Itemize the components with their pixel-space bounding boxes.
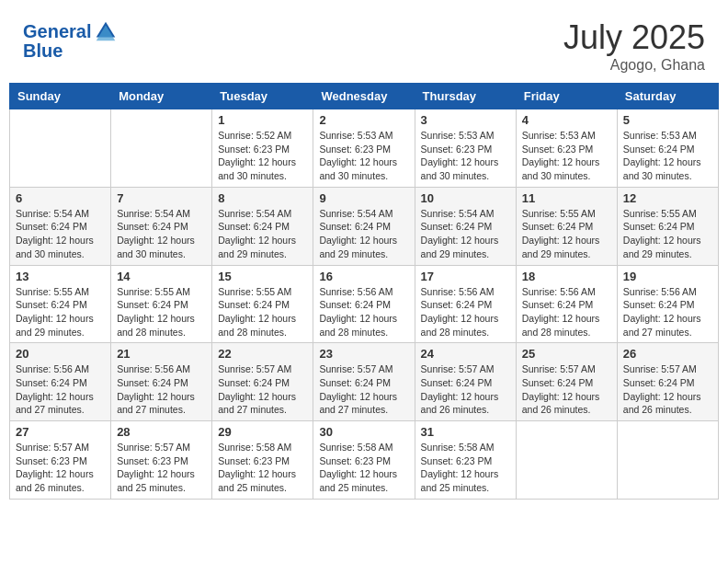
- day-number: 19: [623, 270, 712, 283]
- day-number: 6: [16, 191, 105, 205]
- calendar-table: SundayMondayTuesdayWednesdayThursdayFrid…: [9, 83, 719, 500]
- day-number: 15: [218, 270, 307, 283]
- day-number: 1: [218, 113, 307, 127]
- calendar-cell: 17Sunrise: 5:56 AM Sunset: 6:24 PM Dayli…: [415, 265, 516, 343]
- day-info: Sunrise: 5:55 AM Sunset: 6:24 PM Dayligh…: [623, 207, 712, 261]
- day-info: Sunrise: 5:56 AM Sunset: 6:24 PM Dayligh…: [117, 362, 206, 417]
- day-number: 22: [218, 347, 307, 361]
- day-number: 28: [117, 425, 206, 439]
- calendar-cell: 16Sunrise: 5:56 AM Sunset: 6:24 PM Dayli…: [313, 265, 415, 343]
- day-number: 4: [522, 113, 611, 127]
- calendar-cell: 30Sunrise: 5:58 AM Sunset: 6:23 PM Dayli…: [313, 421, 415, 500]
- day-info: Sunrise: 5:56 AM Sunset: 6:24 PM Dayligh…: [623, 285, 712, 339]
- calendar-cell: 1Sunrise: 5:52 AM Sunset: 6:23 PM Daylig…: [212, 109, 313, 188]
- logo-text: General: [23, 21, 91, 41]
- day-number: 20: [16, 347, 105, 361]
- day-number: 21: [117, 347, 206, 361]
- calendar-cell: 10Sunrise: 5:54 AM Sunset: 6:24 PM Dayli…: [415, 187, 516, 265]
- location: Agogo, Ghana: [563, 57, 705, 74]
- day-info: Sunrise: 5:54 AM Sunset: 6:24 PM Dayligh…: [319, 207, 408, 261]
- calendar-cell: 12Sunrise: 5:55 AM Sunset: 6:24 PM Dayli…: [617, 187, 718, 265]
- day-number: 25: [522, 347, 611, 361]
- logo: General Blue: [23, 18, 119, 62]
- day-number: 8: [218, 191, 307, 205]
- day-info: Sunrise: 5:55 AM Sunset: 6:24 PM Dayligh…: [117, 285, 206, 339]
- day-info: Sunrise: 5:57 AM Sunset: 6:23 PM Dayligh…: [16, 441, 105, 495]
- calendar-week-5: 27Sunrise: 5:57 AM Sunset: 6:23 PM Dayli…: [10, 421, 719, 500]
- calendar-cell: 3Sunrise: 5:53 AM Sunset: 6:23 PM Daylig…: [415, 109, 516, 188]
- day-info: Sunrise: 5:52 AM Sunset: 6:23 PM Dayligh…: [218, 129, 307, 183]
- calendar-cell: 24Sunrise: 5:57 AM Sunset: 6:24 PM Dayli…: [415, 343, 516, 421]
- column-header-tuesday: Tuesday: [212, 84, 313, 109]
- column-header-saturday: Saturday: [617, 84, 718, 109]
- day-info: Sunrise: 5:53 AM Sunset: 6:24 PM Dayligh…: [623, 129, 712, 183]
- day-info: Sunrise: 5:57 AM Sunset: 6:24 PM Dayligh…: [623, 362, 712, 417]
- calendar-cell: 28Sunrise: 5:57 AM Sunset: 6:23 PM Dayli…: [111, 421, 212, 500]
- day-info: Sunrise: 5:55 AM Sunset: 6:24 PM Dayligh…: [16, 285, 105, 339]
- calendar-cell: 5Sunrise: 5:53 AM Sunset: 6:24 PM Daylig…: [617, 109, 718, 188]
- day-number: 17: [421, 270, 510, 283]
- calendar-cell: 18Sunrise: 5:56 AM Sunset: 6:24 PM Dayli…: [516, 265, 617, 343]
- calendar-cell: 23Sunrise: 5:57 AM Sunset: 6:24 PM Dayli…: [313, 343, 415, 421]
- day-number: 2: [319, 113, 408, 127]
- day-info: Sunrise: 5:56 AM Sunset: 6:24 PM Dayligh…: [522, 285, 611, 339]
- day-info: Sunrise: 5:58 AM Sunset: 6:23 PM Dayligh…: [421, 441, 510, 495]
- day-info: Sunrise: 5:57 AM Sunset: 6:24 PM Dayligh…: [522, 362, 611, 417]
- day-number: 31: [421, 425, 510, 439]
- calendar-cell: [617, 421, 718, 500]
- day-info: Sunrise: 5:57 AM Sunset: 6:23 PM Dayligh…: [117, 441, 206, 495]
- calendar-cell: 7Sunrise: 5:54 AM Sunset: 6:24 PM Daylig…: [111, 187, 212, 265]
- day-number: 13: [16, 270, 105, 283]
- calendar-cell: 11Sunrise: 5:55 AM Sunset: 6:24 PM Dayli…: [516, 187, 617, 265]
- day-number: 16: [319, 270, 408, 283]
- calendar-cell: 4Sunrise: 5:53 AM Sunset: 6:23 PM Daylig…: [516, 109, 617, 188]
- calendar-cell: 8Sunrise: 5:54 AM Sunset: 6:24 PM Daylig…: [212, 187, 313, 265]
- day-number: 12: [623, 191, 712, 205]
- day-number: 24: [421, 347, 510, 361]
- calendar-cell: 2Sunrise: 5:53 AM Sunset: 6:23 PM Daylig…: [313, 109, 415, 188]
- calendar-cell: 29Sunrise: 5:58 AM Sunset: 6:23 PM Dayli…: [212, 421, 313, 500]
- day-number: 27: [16, 425, 105, 439]
- column-header-monday: Monday: [111, 84, 212, 109]
- day-number: 11: [522, 191, 611, 205]
- calendar-week-4: 20Sunrise: 5:56 AM Sunset: 6:24 PM Dayli…: [10, 343, 719, 421]
- calendar-cell: [111, 109, 212, 188]
- day-info: Sunrise: 5:54 AM Sunset: 6:24 PM Dayligh…: [218, 207, 307, 261]
- day-number: 10: [421, 191, 510, 205]
- calendar-cell: [10, 109, 111, 188]
- calendar-cell: 21Sunrise: 5:56 AM Sunset: 6:24 PM Dayli…: [111, 343, 212, 421]
- column-header-thursday: Thursday: [415, 84, 516, 109]
- day-info: Sunrise: 5:53 AM Sunset: 6:23 PM Dayligh…: [319, 129, 408, 183]
- title-area: July 2025 Agogo, Ghana: [563, 18, 705, 74]
- calendar-week-1: 1Sunrise: 5:52 AM Sunset: 6:23 PM Daylig…: [10, 109, 719, 188]
- calendar-header-row: SundayMondayTuesdayWednesdayThursdayFrid…: [10, 84, 719, 109]
- calendar-cell: 31Sunrise: 5:58 AM Sunset: 6:23 PM Dayli…: [415, 421, 516, 500]
- column-header-wednesday: Wednesday: [313, 84, 415, 109]
- calendar-cell: 15Sunrise: 5:55 AM Sunset: 6:24 PM Dayli…: [212, 265, 313, 343]
- calendar-cell: 26Sunrise: 5:57 AM Sunset: 6:24 PM Dayli…: [617, 343, 718, 421]
- day-number: 5: [623, 113, 712, 127]
- month-title: July 2025: [563, 18, 705, 57]
- column-header-friday: Friday: [516, 84, 617, 109]
- calendar-cell: 13Sunrise: 5:55 AM Sunset: 6:24 PM Dayli…: [10, 265, 111, 343]
- day-info: Sunrise: 5:56 AM Sunset: 6:24 PM Dayligh…: [319, 285, 408, 339]
- calendar-cell: 9Sunrise: 5:54 AM Sunset: 6:24 PM Daylig…: [313, 187, 415, 265]
- calendar-cell: 14Sunrise: 5:55 AM Sunset: 6:24 PM Dayli…: [111, 265, 212, 343]
- calendar-cell: 25Sunrise: 5:57 AM Sunset: 6:24 PM Dayli…: [516, 343, 617, 421]
- day-number: 29: [218, 425, 307, 439]
- day-info: Sunrise: 5:53 AM Sunset: 6:23 PM Dayligh…: [421, 129, 510, 183]
- day-number: 7: [117, 191, 206, 205]
- calendar-cell: 27Sunrise: 5:57 AM Sunset: 6:23 PM Dayli…: [10, 421, 111, 500]
- day-number: 14: [117, 270, 206, 283]
- day-info: Sunrise: 5:53 AM Sunset: 6:23 PM Dayligh…: [522, 129, 611, 183]
- day-info: Sunrise: 5:56 AM Sunset: 6:24 PM Dayligh…: [421, 285, 510, 339]
- day-info: Sunrise: 5:57 AM Sunset: 6:24 PM Dayligh…: [218, 362, 307, 417]
- day-info: Sunrise: 5:55 AM Sunset: 6:24 PM Dayligh…: [218, 285, 307, 339]
- calendar-cell: [516, 421, 617, 500]
- day-info: Sunrise: 5:58 AM Sunset: 6:23 PM Dayligh…: [319, 441, 408, 495]
- day-info: Sunrise: 5:58 AM Sunset: 6:23 PM Dayligh…: [218, 441, 307, 495]
- day-info: Sunrise: 5:55 AM Sunset: 6:24 PM Dayligh…: [522, 207, 611, 261]
- column-header-sunday: Sunday: [10, 84, 111, 109]
- day-number: 18: [522, 270, 611, 283]
- day-info: Sunrise: 5:56 AM Sunset: 6:24 PM Dayligh…: [16, 362, 105, 417]
